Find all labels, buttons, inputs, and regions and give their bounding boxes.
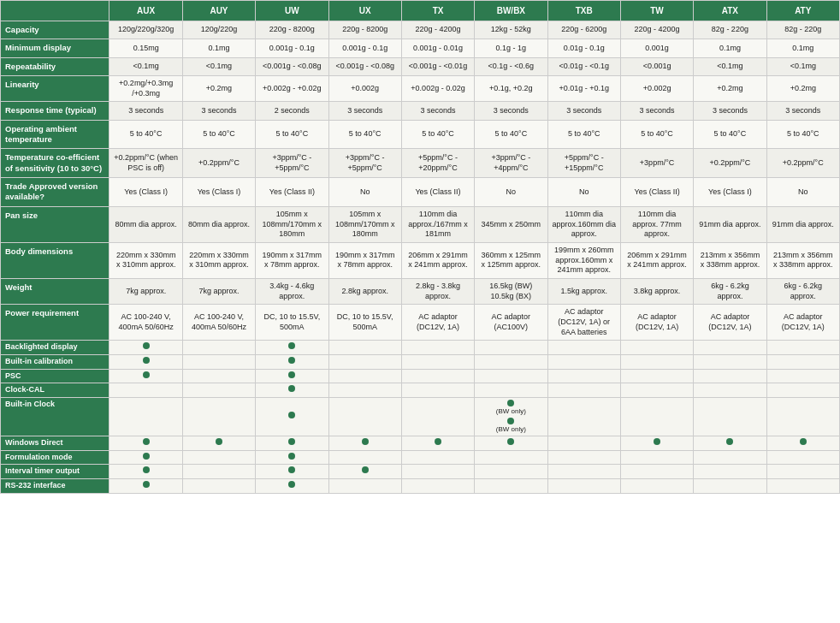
feature-dot-r5-c3 xyxy=(328,436,401,450)
cell-r11-c2: DC, 10 to 15.5V, 500mA xyxy=(256,305,328,341)
cell-r1-c2: 0.001g - 0.1g xyxy=(256,39,328,57)
row-label-8: Pan size xyxy=(1,206,109,242)
cell-r5-c0: 5 to 40°C xyxy=(109,120,182,149)
table-row: Response time (typical)3 seconds3 second… xyxy=(1,102,840,120)
feature-dot-r6-c8 xyxy=(694,450,766,465)
cell-r4-c4: 3 seconds xyxy=(401,102,474,120)
feature-dot-r4-c4 xyxy=(401,398,474,436)
feature-dot-r3-c0 xyxy=(109,383,182,398)
table-row: Minimum display0.15mg0.1mg0.001g - 0.1g0… xyxy=(1,39,840,57)
feature-row: Backlighted display xyxy=(1,341,840,355)
feature-dot-r3-c9 xyxy=(766,383,839,398)
cell-r4-c6: 3 seconds xyxy=(547,102,620,120)
dot-indicator xyxy=(143,481,150,488)
feature-dot-r3-c4 xyxy=(401,383,474,398)
feature-dot-r0-c7 xyxy=(620,341,693,355)
cell-r8-c7: 110mm dia approx. 77mm approx. xyxy=(620,206,693,242)
cell-r11-c1: AC 100-240 V, 400mA 50/60Hz xyxy=(182,305,255,341)
cell-r5-c7: 5 to 40°C xyxy=(620,120,693,149)
feature-row: Built-in calibration xyxy=(1,355,840,370)
dot-indicator xyxy=(726,438,733,445)
feature-dot-r7-c1 xyxy=(182,465,255,479)
cell-r11-c4: AC adaptor (DC12V, 1A) xyxy=(401,305,474,341)
cell-r6-c0: +0.2ppm/°C (when PSC is off) xyxy=(109,149,182,178)
comparison-table: AUXAUYUWUXTXBW/BXTXBTWATXATY Capacity120… xyxy=(0,0,840,494)
cell-r0-c5: 12kg - 52kg xyxy=(475,21,547,39)
cell-r9-c2: 190mm x 317mm x 78mm approx. xyxy=(256,242,328,278)
feature-dot-r5-c6 xyxy=(547,436,620,450)
feature-dot-r0-c8 xyxy=(694,341,766,355)
feature-dot-r5-c7 xyxy=(620,436,693,450)
feature-dot-r1-c5 xyxy=(475,355,547,370)
cell-r4-c5: 3 seconds xyxy=(475,102,547,120)
dot-indicator xyxy=(288,466,295,473)
feature-label-2: PSC xyxy=(1,369,109,383)
feature-dot-r2-c2 xyxy=(256,369,328,383)
cell-r8-c0: 80mm dia approx. xyxy=(109,206,182,242)
feature-label-6: Formulation mode xyxy=(1,450,109,465)
table-row: Operating ambient temperature5 to 40°C5 … xyxy=(1,120,840,149)
feature-dot-r6-c9 xyxy=(766,450,839,465)
cell-r3-c4: +0.002g - 0.02g xyxy=(401,76,474,102)
feature-dot-r5-c2 xyxy=(256,436,328,450)
cell-r5-c9: 5 to 40°C xyxy=(766,120,839,149)
cell-r2-c9: <0.1mg xyxy=(766,57,839,75)
row-label-2: Repeatability xyxy=(1,57,109,75)
feature-dot-r0-c9 xyxy=(766,341,839,355)
cell-r3-c0: +0.2mg/+0.3mg /+0.3mg xyxy=(109,76,182,102)
cell-r9-c1: 220mm x 330mm x 310mm approx. xyxy=(182,242,255,278)
feature-dot-r2-c4 xyxy=(401,369,474,383)
cell-r6-c5: +3ppm/°C - +4ppm/°C xyxy=(475,149,547,178)
table-row: Pan size80mm dia approx.80mm dia approx.… xyxy=(1,206,840,242)
feature-row: Built-in Clock(BW only)(BW only) xyxy=(1,398,840,436)
dot-indicator xyxy=(654,438,660,445)
cell-r1-c5: 0.1g - 1g xyxy=(475,39,547,57)
feature-dot-r1-c9 xyxy=(766,355,839,370)
feature-dot-r5-c0 xyxy=(109,436,182,450)
cell-r6-c6: +5ppm/°C - +15ppm/°C xyxy=(547,149,620,178)
feature-row: Windows Direct xyxy=(1,436,840,450)
feature-dot-r0-c2 xyxy=(256,341,328,355)
cell-r11-c9: AC adaptor (DC12V, 1A) xyxy=(766,305,839,341)
cell-r6-c4: +5ppm/°C - +20ppm/°C xyxy=(401,149,474,178)
dot-indicator xyxy=(143,357,150,364)
cell-r2-c3: <0.001g - <0.08g xyxy=(328,57,401,75)
cell-r7-c5: No xyxy=(475,178,547,207)
table-row: Trade Approved version available?Yes (Cl… xyxy=(1,178,840,207)
cell-r10-c1: 7kg approx. xyxy=(182,278,255,304)
feature-dot-r8-c3 xyxy=(328,478,401,493)
dot-indicator xyxy=(216,438,222,445)
cell-r6-c8: +0.2ppm/°C xyxy=(694,149,766,178)
cell-r0-c3: 220g - 8200g xyxy=(328,21,401,39)
feature-dot-r5-c5 xyxy=(475,436,547,450)
table-row: Capacity120g/220g/320g120g/220g220g - 82… xyxy=(1,21,840,39)
feature-dot-r2-c9 xyxy=(766,369,839,383)
cell-r10-c6: 1.5kg approx. xyxy=(547,278,620,304)
row-label-9: Body dimensions xyxy=(1,242,109,278)
feature-dot-r7-c0 xyxy=(109,465,182,479)
column-header-tx: TX xyxy=(401,1,474,21)
dot-indicator xyxy=(435,438,441,445)
cell-r10-c5: 16.5kg (BW) 10.5kg (BX) xyxy=(475,278,547,304)
cell-r0-c0: 120g/220g/320g xyxy=(109,21,182,39)
feature-dot-r8-c1 xyxy=(182,478,255,493)
feature-dot-r6-c2 xyxy=(256,450,328,465)
dot-indicator xyxy=(288,481,295,488)
cell-r5-c4: 5 to 40°C xyxy=(401,120,474,149)
feature-dot-r3-c1 xyxy=(182,383,255,398)
feature-dot-r6-c0 xyxy=(109,450,182,465)
cell-r5-c8: 5 to 40°C xyxy=(694,120,766,149)
column-header-uw: UW xyxy=(256,1,328,21)
feature-row: Interval timer output xyxy=(1,465,840,479)
cell-r0-c8: 82g - 220g xyxy=(694,21,766,39)
row-label-11: Power requirement xyxy=(1,305,109,341)
cell-r6-c9: +0.2ppm/°C xyxy=(766,149,839,178)
feature-label-0: Backlighted display xyxy=(1,341,109,355)
feature-dot-r0-c6 xyxy=(547,341,620,355)
cell-r9-c7: 206mm x 291mm x 241mm approx. xyxy=(620,242,693,278)
cell-r3-c8: +0.2mg xyxy=(694,76,766,102)
feature-dot-r2-c1 xyxy=(182,369,255,383)
column-header-atx: ATX xyxy=(694,1,766,21)
dot-indicator xyxy=(288,438,295,445)
feature-dot-r0-c1 xyxy=(182,341,255,355)
